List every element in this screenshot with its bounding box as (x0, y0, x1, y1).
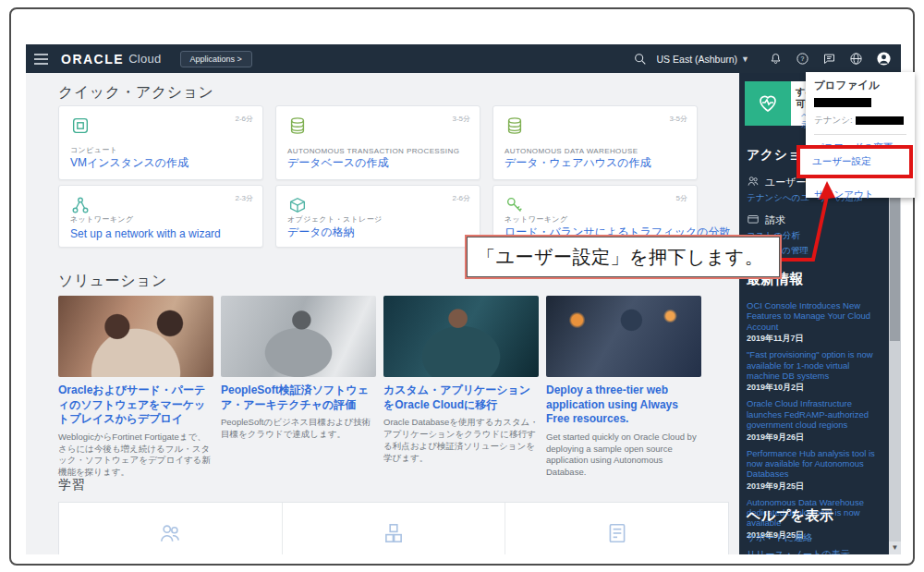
solution-title-link[interactable]: カスタム・アプリケーションをOracle Cloudに移行 (383, 383, 539, 412)
redacted-username (814, 98, 871, 107)
phone-call-photo (383, 296, 539, 377)
store-data-link[interactable]: データの格納 (287, 225, 355, 240)
duration-badge: 2-6分 (452, 193, 470, 203)
news-item: "Fast provisioning" option is now availa… (747, 349, 881, 394)
contact-support-link[interactable]: サポートに連絡 (747, 531, 812, 544)
top-navbar: ORACLE Cloud Applications > US East (Ash… (26, 44, 901, 73)
sidebar-item-billing: 請求 (747, 213, 785, 227)
learning-card-people[interactable] (59, 503, 283, 554)
cloud-logo-text: Cloud (128, 52, 161, 66)
learning-row (58, 502, 729, 554)
duration-badge: 3-5分 (452, 114, 470, 124)
server-icon (605, 521, 629, 554)
news-link[interactable]: "Fast provisioning" option is now availa… (747, 349, 881, 381)
duration-badge: 2-6分 (235, 114, 253, 124)
learning-card-blocks[interactable] (283, 503, 506, 554)
solution-title-link[interactable]: Deploy a three-tier web application usin… (546, 383, 701, 427)
redacted-tenancy (856, 116, 904, 125)
profile-icon[interactable] (876, 51, 892, 67)
chevron-down-icon[interactable]: ▼ (741, 55, 749, 64)
news-date: 2019年10月2日 (747, 382, 881, 394)
news-item: Oracle Cloud Infrastructure launches Fed… (747, 398, 881, 443)
news-date: 2019年9月25日 (747, 481, 881, 493)
solution-card-threetier[interactable]: Deploy a three-tier web application usin… (546, 296, 701, 479)
profile-menu-title: プロファイル (814, 79, 906, 92)
oracle-logo: ORACLE (61, 52, 124, 67)
bell-icon[interactable] (769, 52, 783, 66)
solution-card-marketplace[interactable]: Oracleおよびサード・パーティのソフトウェアをマーケットプレイスからデプロイ… (58, 296, 213, 479)
release-notes-link[interactable]: リリース・ノートの表示... (747, 548, 881, 554)
globe-icon[interactable] (849, 52, 863, 66)
quick-actions-title: クイック・アクション (58, 83, 213, 103)
news-item: OCI Console Introduces New Features to M… (747, 300, 881, 345)
help-icon[interactable]: ? (796, 52, 809, 66)
news-date: 2019年9月26日 (747, 432, 881, 444)
user-settings-link[interactable]: ユーザー設定 (812, 155, 871, 168)
oracle-cloud-console: ORACLE Cloud Applications > US East (Ash… (26, 44, 901, 554)
solution-description: Get started quickly on Oracle Cloud by d… (546, 432, 701, 479)
news-link[interactable]: Oracle Cloud Infrastructure launches Fed… (747, 398, 881, 430)
card-category: ネットワーキング (505, 214, 568, 225)
hamburger-icon[interactable] (34, 54, 48, 65)
region-selector[interactable]: US East (Ashburn) (657, 54, 738, 65)
solution-card-migrate[interactable]: カスタム・アプリケーションをOracle Cloudに移行 Oracle Dat… (383, 296, 539, 464)
office-meeting-photo (58, 296, 213, 377)
signout-link[interactable]: サインアウト (814, 189, 906, 201)
compute-icon (70, 123, 91, 139)
solution-description: WeblogicからFortinet Fortigateまで、さらには今後も増え… (58, 432, 213, 479)
quick-action-card-network[interactable]: 2-3分 ネットワーキング Set up a network with a wi… (58, 185, 263, 248)
card-category: AUTONOMOUS TRANSACTION PROCESSING (287, 147, 459, 155)
search-icon[interactable] (633, 52, 648, 67)
chat-icon[interactable] (822, 52, 836, 66)
scrollbar-down-arrow[interactable]: ▼ (889, 542, 901, 554)
instruction-callout: 「ユーザー設定」を押下します。 (467, 237, 780, 277)
learning-title: 学習 (58, 477, 85, 493)
news-item: Performance Hub analysis tool is now ava… (747, 448, 881, 493)
billing-label: 請求 (765, 213, 785, 227)
blocks-icon (382, 521, 406, 554)
news-link[interactable]: Performance Hub analysis tool is now ava… (747, 448, 881, 480)
team-table-photo (546, 296, 701, 377)
solutions-title: ソリューション (58, 272, 167, 291)
people-icon (158, 521, 182, 554)
network-wizard-link[interactable]: Set up a network with a wizard (70, 227, 221, 240)
users-icon (747, 175, 765, 189)
news-link[interactable]: OCI Console Introduces New Features to M… (747, 300, 881, 332)
solution-description: Oracle Databaseを使用するカスタム・アプリケーションをクラウドに移… (383, 417, 539, 464)
card-category: コンピュート (70, 145, 117, 155)
solution-card-peoplesoft[interactable]: PeopleSoft検証済ソフトウェア・アーキテクチャの評価 PeopleSof… (221, 296, 376, 441)
pointing-laptop-photo (221, 296, 376, 377)
help-section-title: ヘルプを表示 (747, 507, 833, 525)
credit-card-icon (747, 213, 765, 227)
card-category: ネットワーキング (70, 214, 134, 225)
solution-title-link[interactable]: PeopleSoft検証済ソフトウェア・アーキテクチャの評価 (221, 383, 376, 412)
callout-text: 「ユーザー設定」を押下します。 (477, 245, 763, 270)
card-category: オブジェクト・ストレージ (287, 214, 383, 225)
quick-action-card-adw[interactable]: 3-5分 AUTONOMOUS DATA WAREHOUSE データ・ウェアハウ… (492, 105, 698, 180)
create-vm-link[interactable]: VMインスタンスの作成 (70, 155, 188, 171)
quick-action-card-vm[interactable]: 2-6分 コンピュート VMインスタンスの作成 (58, 105, 263, 180)
database-icon (505, 123, 525, 139)
applications-button[interactable]: Applications > (180, 51, 252, 67)
solution-description: PeopleSoftのビジネス目標および技術目標をクラウドで達成します。 (221, 417, 376, 441)
duration-badge: 2-3分 (235, 193, 253, 203)
card-category: AUTONOMOUS DATA WAREHOUSE (505, 147, 638, 155)
quick-action-card-storage[interactable]: 2-6分 オブジェクト・ストレージ データの格納 (275, 185, 480, 248)
profile-dropdown-menu: プロファイル テナンシ: パスワードの変更 サインアウト (806, 72, 915, 198)
quick-action-card-atp[interactable]: 3-5分 AUTONOMOUS TRANSACTION PROCESSING デ… (275, 105, 480, 180)
heart-pulse-icon (745, 81, 791, 126)
tenancy-label: テナンシ: (814, 115, 853, 127)
svg-text:?: ? (801, 55, 805, 62)
create-data-warehouse-link[interactable]: データ・ウェアハウスの作成 (505, 155, 651, 171)
news-date: 2019年11月7日 (747, 333, 881, 345)
duration-badge: 5分 (676, 193, 687, 203)
menu-divider (814, 134, 906, 135)
user-settings-highlight-box: ユーザー設定 (796, 145, 913, 178)
database-icon (287, 123, 308, 139)
duration-badge: 3-5分 (669, 114, 687, 124)
solution-title-link[interactable]: Oracleおよびサード・パーティのソフトウェアをマーケットプレイスからデプロイ (58, 383, 213, 427)
create-database-link[interactable]: データベースの作成 (287, 155, 388, 171)
learning-card-server[interactable] (505, 503, 728, 554)
